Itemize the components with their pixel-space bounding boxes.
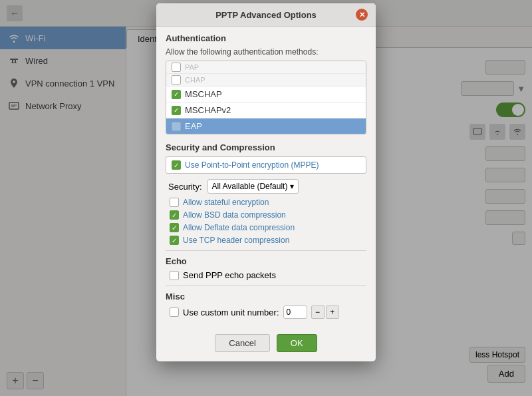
eap-label: EAP xyxy=(185,121,202,131)
divider-1 xyxy=(166,250,366,251)
dialog-body: Authentication Allow the following authe… xyxy=(156,27,376,329)
misc-heading: Misc xyxy=(166,292,366,301)
security-heading: Security and Compression xyxy=(166,142,366,152)
bsd-checkbox[interactable]: ✓ xyxy=(170,210,179,220)
ok-button[interactable]: OK xyxy=(277,334,317,352)
auth-item-chap[interactable]: CHAP xyxy=(166,74,366,87)
bsd-row[interactable]: ✓ Allow BSD data compression xyxy=(166,210,366,220)
auth-item-pap[interactable]: PAP xyxy=(166,61,366,74)
dialog-title: PPTP Advanced Options xyxy=(176,10,356,20)
deflate-label: Allow Deflate data compression xyxy=(183,223,295,232)
security-label: Security: xyxy=(168,182,202,192)
auth-description: Allow the following authentication metho… xyxy=(166,47,366,57)
eap-checkbox[interactable] xyxy=(172,122,181,131)
mppe-label: Use Point-to-Point encryption (MPPE) xyxy=(185,160,319,170)
pap-checkbox[interactable] xyxy=(172,63,181,72)
custom-unit-minus-button[interactable]: − xyxy=(311,305,325,319)
tcp-label: Use TCP header compression xyxy=(183,236,289,245)
custom-unit-label: Use custom unit number: xyxy=(183,307,279,317)
ppp-echo-row[interactable]: Send PPP echo packets xyxy=(166,270,366,280)
bsd-label: Allow BSD data compression xyxy=(183,210,286,220)
pptp-dialog: PPTP Advanced Options ✕ Authentication A… xyxy=(156,3,376,361)
stateful-row[interactable]: Allow stateful encryption xyxy=(166,198,366,207)
mschapv2-checkbox[interactable]: ✓ xyxy=(172,106,181,115)
auth-heading: Authentication xyxy=(166,33,366,43)
custom-unit-row: Use custom unit number: − + xyxy=(166,305,366,319)
stateful-label: Allow stateful encryption xyxy=(183,198,269,207)
ppp-echo-checkbox[interactable] xyxy=(170,271,179,280)
tcp-checkbox[interactable]: ✓ xyxy=(170,236,179,245)
dialog-close-button[interactable]: ✕ xyxy=(356,9,368,21)
mppe-row[interactable]: ✓ Use Point-to-Point encryption (MPPE) xyxy=(166,156,366,174)
deflate-row[interactable]: ✓ Allow Deflate data compression xyxy=(166,223,366,232)
tcp-row[interactable]: ✓ Use TCP header compression xyxy=(166,236,366,245)
mppe-checkbox[interactable]: ✓ xyxy=(172,160,181,170)
security-dropdown[interactable]: All Available (Default) ▾ xyxy=(207,179,299,194)
modal-overlay: PPTP Advanced Options ✕ Authentication A… xyxy=(0,0,532,396)
custom-unit-input[interactable] xyxy=(283,305,307,319)
custom-unit-checkbox[interactable] xyxy=(170,307,179,317)
divider-2 xyxy=(166,286,366,286)
deflate-checkbox[interactable]: ✓ xyxy=(170,223,179,232)
chap-checkbox[interactable] xyxy=(172,75,181,85)
dialog-titlebar: PPTP Advanced Options ✕ xyxy=(156,3,376,27)
mschap-checkbox[interactable]: ✓ xyxy=(172,90,181,99)
cancel-button[interactable]: Cancel xyxy=(215,334,269,352)
mschapv2-label: MSCHAPv2 xyxy=(185,105,231,115)
auth-list: PAP CHAP ✓ MSCHAP ✓ MSCHAPv2 EAP xyxy=(166,61,366,134)
echo-heading: Echo xyxy=(166,256,366,266)
custom-unit-plus-button[interactable]: + xyxy=(326,305,339,319)
mschap-label: MSCHAP xyxy=(185,89,222,99)
security-dropdown-row: Security: All Available (Default) ▾ xyxy=(166,179,366,194)
auth-item-mschap[interactable]: ✓ MSCHAP xyxy=(166,87,366,102)
dialog-buttons: Cancel OK xyxy=(156,329,376,355)
auth-item-mschapv2[interactable]: ✓ MSCHAPv2 xyxy=(166,102,366,118)
auth-item-eap[interactable]: EAP xyxy=(166,118,366,134)
stateful-checkbox[interactable] xyxy=(170,198,179,207)
ppp-echo-label: Send PPP echo packets xyxy=(183,270,276,280)
dropdown-arrow-icon: ▾ xyxy=(290,182,294,191)
